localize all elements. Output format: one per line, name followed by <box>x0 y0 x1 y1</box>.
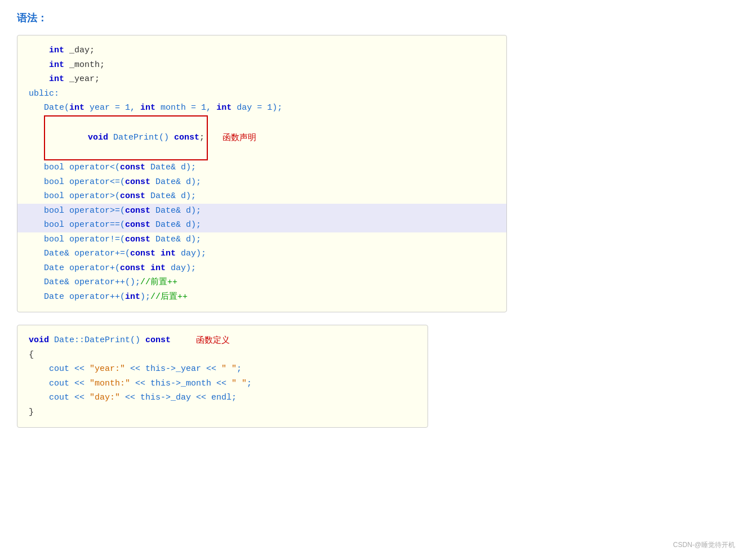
code-line-2: int _month; <box>29 58 495 73</box>
page-title: 语法： <box>17 11 735 25</box>
year-param: year = 1, <box>84 101 140 115</box>
code-line-16: Date operator++(int);//后置++ <box>29 290 495 304</box>
code-line-9: bool operator>(const Date& d); <box>29 189 495 204</box>
keyword-int2: int <box>140 101 155 115</box>
code2-line-6: } <box>29 405 416 420</box>
code2-line-1: void Date::DatePrint() const 函数定义 <box>29 333 416 348</box>
indent <box>29 72 49 87</box>
code2-line-3: cout << "year:" << this->_year << " "; <box>29 362 416 377</box>
date-type: Date( <box>44 101 69 115</box>
code-line-8: bool operator<=(const Date& d); <box>29 175 495 190</box>
code-line-5: Date(int year = 1, int month = 1, int da… <box>29 101 495 115</box>
indent <box>29 43 49 58</box>
code-line-7: bool operator<(const Date& d); <box>29 160 495 175</box>
keyword-int3: int <box>216 101 232 115</box>
keyword-int: int <box>49 43 64 58</box>
highlighted-declaration: void DatePrint() const; <box>44 115 208 161</box>
code-line-13: Date& operator+=(const int day); <box>29 247 495 261</box>
annotation-label-declaration: 函数声明 <box>223 131 256 145</box>
keyword-const: const <box>174 133 199 142</box>
keyword-int: int <box>69 101 84 115</box>
code-block-1: int _day; int _month; int _year; ublic: … <box>17 35 507 312</box>
annotation-label-definition: 函数定义 <box>196 333 230 348</box>
code-line-14: Date operator+(const int day); <box>29 261 495 276</box>
keyword-int: int <box>49 58 64 73</box>
code-line-6: void DatePrint() const; 函数声明 <box>29 115 495 161</box>
code2-line-4: cout << "month:" << this->_month << " "; <box>29 377 416 391</box>
indent <box>29 58 49 73</box>
keyword-const2: const <box>145 333 171 348</box>
code-line-12: bool operator!=(const Date& d); <box>29 232 495 247</box>
keyword-int: int <box>49 72 64 87</box>
code-line-4: ublic: <box>29 87 495 101</box>
code-line-1: int _day; <box>29 43 495 58</box>
code-line-11: bool operator==(const Date& d); <box>17 218 506 232</box>
code-block-2: void Date::DatePrint() const 函数定义 { cout… <box>17 325 428 428</box>
watermark: CSDN-@睡觉待开机 <box>673 540 735 550</box>
code-line-3: int _year; <box>29 72 495 87</box>
code2-line-5: cout << "day:" << this->_day << endl; <box>29 391 416 405</box>
keyword-void2: void <box>29 333 49 348</box>
code2-line-2: { <box>29 348 416 362</box>
keyword-void: void <box>88 133 108 142</box>
code-line-10: bool operator>=(const Date& d); <box>17 204 506 218</box>
ublic-label: ublic: <box>29 87 59 101</box>
code-line-15: Date& operator++();//前置++ <box>29 275 495 290</box>
